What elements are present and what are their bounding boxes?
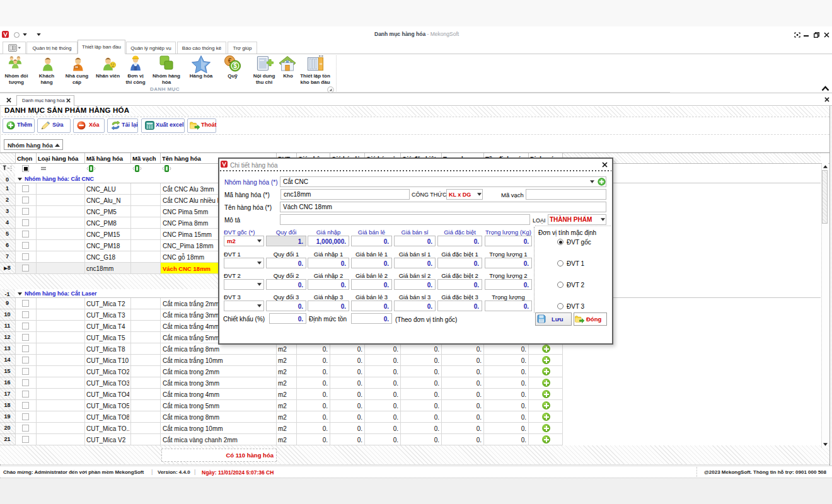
svg-text:OK: OK: [75, 66, 79, 69]
svg-text:$: $: [233, 62, 237, 69]
